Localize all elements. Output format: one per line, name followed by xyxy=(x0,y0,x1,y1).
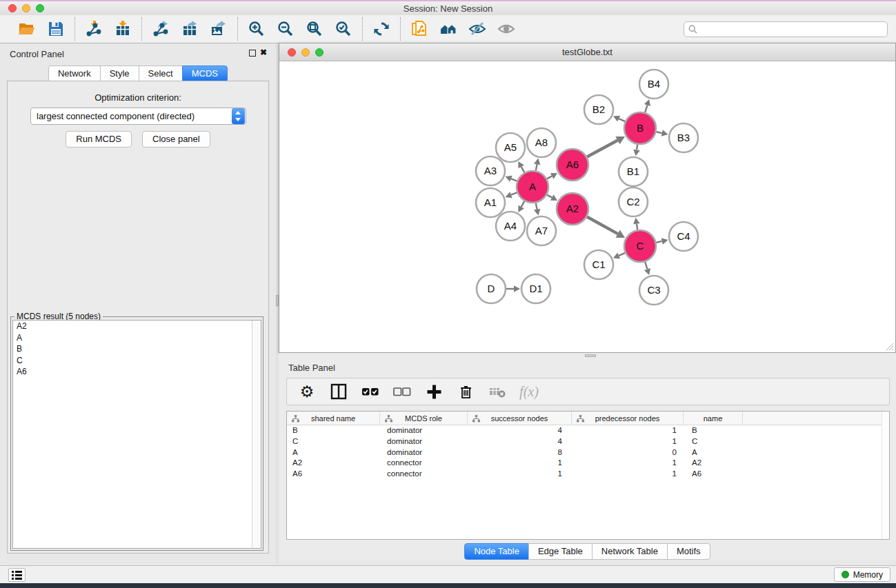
table-cell[interactable]: 1 xyxy=(572,425,684,436)
table-cell[interactable]: 1 xyxy=(572,436,684,447)
horizontal-divider-grip[interactable] xyxy=(585,354,596,357)
graph-edge-B-B4[interactable] xyxy=(645,105,647,113)
column-header-predecessor-nodes[interactable]: predecessor nodes xyxy=(572,412,684,425)
graph-edge-C-C2[interactable] xyxy=(637,224,637,230)
table-cell[interactable]: A xyxy=(684,447,743,458)
table-tab-edge-table[interactable]: Edge Table xyxy=(528,543,593,560)
graph-edge-B-B3[interactable] xyxy=(656,132,661,133)
graph-edge-A-A1[interactable] xyxy=(511,192,517,194)
table-cell[interactable]: A2 xyxy=(684,458,743,469)
export-table-icon[interactable] xyxy=(179,18,201,40)
graph-edge-A-A7[interactable] xyxy=(536,203,537,210)
graph-edge-C-C3[interactable] xyxy=(645,262,647,270)
tab-network[interactable]: Network xyxy=(48,65,101,82)
import-network-icon[interactable] xyxy=(83,18,105,40)
refresh-layout-icon[interactable] xyxy=(370,18,392,40)
table-row[interactable]: Cdominator41C xyxy=(287,436,889,447)
graph-edge-A-A3[interactable] xyxy=(511,179,517,181)
column-header-successor-nodes[interactable]: successor nodes xyxy=(468,412,572,425)
table-cell[interactable]: A6 xyxy=(287,469,380,480)
table-row[interactable]: A6connector11A6 xyxy=(287,469,889,480)
split-view-icon[interactable] xyxy=(328,381,349,402)
tab-select[interactable]: Select xyxy=(139,65,183,82)
graph-edge-A-A4[interactable] xyxy=(521,201,525,207)
memory-button[interactable]: Memory xyxy=(834,567,890,582)
add-column-icon[interactable] xyxy=(424,381,444,402)
table-tab-network-table[interactable]: Network Table xyxy=(592,543,668,560)
table-cell[interactable]: 4 xyxy=(468,425,572,436)
search-input[interactable] xyxy=(684,21,888,37)
export-image-icon[interactable] xyxy=(208,18,230,40)
zoom-in-icon[interactable] xyxy=(246,18,268,40)
table-cell[interactable]: A2 xyxy=(287,458,380,469)
table-row[interactable]: Bdominator41B xyxy=(287,425,889,436)
table-cell[interactable]: A xyxy=(287,447,380,458)
graph-edge-A6-B[interactable] xyxy=(587,141,617,157)
gear-icon[interactable]: ⚙ xyxy=(297,381,317,402)
graph-edge-A2-C[interactable] xyxy=(587,217,618,234)
function-builder-icon[interactable]: f(x) xyxy=(519,381,539,402)
column-header-name[interactable]: name xyxy=(684,412,743,425)
table-cell[interactable]: 8 xyxy=(468,447,572,458)
graph-edge-A-A5[interactable] xyxy=(521,167,525,172)
unselect-all-columns-icon[interactable] xyxy=(392,381,412,402)
table-cell[interactable]: connector xyxy=(380,458,468,469)
run-mcds-button[interactable]: Run MCDS xyxy=(66,131,132,148)
import-table-icon[interactable] xyxy=(112,18,134,40)
show-view-icon[interactable] xyxy=(495,18,517,40)
delete-column-icon[interactable] xyxy=(455,381,476,402)
table-row[interactable]: Adominator80A xyxy=(287,447,889,458)
table-cell[interactable]: 1 xyxy=(468,458,572,469)
home-views-icon[interactable] xyxy=(437,18,459,40)
table-scrollbar[interactable] xyxy=(882,412,889,539)
table-row[interactable]: A2connector11A2 xyxy=(287,458,889,469)
zoom-out-icon[interactable] xyxy=(275,18,297,40)
table-cell[interactable]: 4 xyxy=(468,436,572,447)
table-cell[interactable]: dominator xyxy=(380,436,468,447)
table-tab-motifs[interactable]: Motifs xyxy=(667,543,710,560)
clone-network-icon[interactable] xyxy=(408,18,430,40)
table-cell[interactable]: 1 xyxy=(572,469,684,480)
table-cell[interactable]: B xyxy=(684,425,743,436)
graph-edge-C-C4[interactable] xyxy=(656,241,661,243)
table-cell[interactable]: 0 xyxy=(572,447,684,458)
network-canvas[interactable]: B4B2BB3A5A8A6A3B1AA1C2A2A4A7CC4C1C3DD1 xyxy=(280,62,895,352)
mcds-result-item[interactable]: B xyxy=(13,343,261,355)
mcds-result-item[interactable]: A xyxy=(13,332,261,344)
tab-style[interactable]: Style xyxy=(100,65,139,82)
horizontal-divider[interactable] xyxy=(279,353,896,358)
save-session-icon[interactable] xyxy=(45,18,67,40)
criterion-select[interactable]: largest connected component (directed) xyxy=(30,108,246,125)
graph-edge-A-A2[interactable] xyxy=(547,195,552,198)
graph-edge-A-A8[interactable] xyxy=(536,164,537,170)
table-cell[interactable]: C xyxy=(287,436,380,447)
close-panel-button[interactable]: Close panel xyxy=(142,131,210,148)
export-network-icon[interactable] xyxy=(150,18,172,40)
graph-edge-B-B1[interactable] xyxy=(637,145,637,150)
mcds-result-item[interactable]: A2 xyxy=(13,321,261,332)
column-header-shared-name[interactable]: shared name xyxy=(287,412,380,425)
float-control-panel-button[interactable] xyxy=(249,50,256,57)
table-cell[interactable]: dominator xyxy=(380,447,468,458)
table-cell[interactable]: connector xyxy=(380,469,468,480)
table-cell[interactable]: 1 xyxy=(468,469,572,480)
mcds-result-scrollbar[interactable] xyxy=(252,321,261,548)
mcds-result-item[interactable]: A6 xyxy=(13,366,261,378)
window-resize-grip[interactable] xyxy=(884,341,894,351)
open-file-icon[interactable] xyxy=(16,18,38,40)
graph-edge-A-A6[interactable] xyxy=(547,176,552,179)
hide-selected-icon[interactable] xyxy=(466,18,488,40)
graph-edge-B-B2[interactable] xyxy=(619,119,625,121)
delete-table-icon[interactable] xyxy=(487,381,508,402)
tab-mcds[interactable]: MCDS xyxy=(182,65,228,82)
select-all-columns-icon[interactable] xyxy=(360,381,381,402)
table-cell[interactable]: A6 xyxy=(684,469,743,480)
mcds-result-item[interactable]: C xyxy=(13,355,261,367)
table-tab-node-table[interactable]: Node Table xyxy=(464,543,529,560)
mcds-result-list[interactable]: A2ABCA6 xyxy=(12,320,261,549)
task-history-button[interactable] xyxy=(8,568,26,582)
graph-edge-C-C1[interactable] xyxy=(619,253,625,256)
close-control-panel-button[interactable]: ✖ xyxy=(260,48,267,57)
zoom-fit-icon[interactable] xyxy=(303,18,326,40)
table-cell[interactable]: 1 xyxy=(572,458,684,469)
